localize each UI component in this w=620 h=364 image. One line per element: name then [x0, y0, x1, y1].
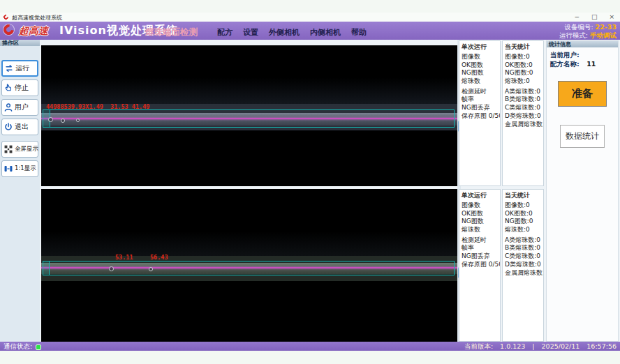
menu-inner-camera[interactable]: 内侧相机 — [310, 27, 341, 38]
stop-hand-icon — [3, 83, 13, 93]
device-number-label: 设备编号: — [564, 23, 593, 31]
menu-settings[interactable]: 设置 — [243, 27, 258, 38]
stat-row: OK图数 — [459, 210, 500, 218]
exit-button-label: 退出 — [15, 122, 29, 132]
single-run-title: 单次运行 — [459, 41, 500, 53]
menu-outer-camera[interactable]: 外侧相机 — [269, 27, 300, 38]
roi-start-box — [43, 261, 50, 275]
today-stats-panel-inner: 当天统计 图像数:0 OK图数:0 NG图数:0 熔珠数:0 A类熔珠数:0 B… — [502, 189, 544, 342]
stat-row: NG图数:0 — [503, 69, 543, 77]
stat-row: NG图丢弃 — [459, 252, 500, 261]
menu-help[interactable]: 帮助 — [351, 27, 367, 38]
stat-row: 熔珠数 — [459, 77, 500, 86]
user-icon — [3, 103, 13, 112]
one-to-one-button-label: 1:1显示 — [15, 165, 36, 173]
stat-row: NG图丢弃 — [459, 104, 500, 112]
stat-row: 图像数 — [459, 53, 500, 61]
single-run-panel-outer: 单次运行 图像数 OK图数 NG图数 熔珠数 检测延时 帧率 NG图丢弃 保存原… — [459, 40, 501, 186]
menu-bar: 配方 设置 外侧相机 内侧相机 帮助 — [217, 27, 367, 38]
current-user-row: 当前用户: — [550, 51, 584, 60]
maximize-button[interactable]: □ — [591, 13, 598, 21]
stat-row: 熔珠数:0 — [503, 77, 543, 86]
comm-status: 通信状态: — [3, 342, 41, 351]
ready-button[interactable]: 准备 — [558, 81, 607, 107]
stat-row: 帧率 — [459, 244, 500, 252]
stat-row: NG图数:0 — [503, 218, 543, 226]
brand-logo-text: 超高速 — [19, 25, 48, 38]
fullscreen-button-label: 全屏显示 — [15, 145, 38, 153]
today-stats-panel-outer: 当天统计 图像数:0 OK图数:0 NG图数:0 熔珠数:0 A类熔珠数:0 B… — [502, 40, 544, 186]
measurement-annotation: 44988539.93X1.49 31.53 41.49 — [46, 103, 149, 110]
run-button-label: 运行 — [15, 63, 29, 73]
defect-marker — [76, 119, 80, 122]
close-button[interactable]: × — [609, 13, 614, 21]
version-label: 当前版本: — [464, 342, 493, 351]
user-button[interactable]: 用户 — [1, 99, 38, 116]
recipe-name-row: 配方名称: 11 — [550, 60, 596, 69]
run-button[interactable]: 运行 — [1, 60, 38, 77]
menu-recipe[interactable]: 配方 — [217, 27, 232, 38]
stat-row: 金属屑熔珠数:0 — [503, 121, 543, 129]
stats-info-caption: 统计信息 — [547, 41, 618, 47]
single-run-panel-inner: 单次运行 图像数 OK图数 NG图数 熔珠数 检测延时 帧率 NG图丢弃 保存原… — [459, 189, 501, 342]
app-header: 超高速 IVision视觉处理系统 熔珠端面检测 配方 设置 外侧相机 内侧相机… — [0, 22, 620, 40]
version-datetime: 当前版本: 1.0.123 | 2025/02/11 16:57:56 — [464, 342, 617, 351]
window-controls: − □ × — [574, 13, 614, 21]
stat-row: 图像数:0 — [503, 53, 543, 61]
measurement-annotation: 56.43 — [150, 254, 168, 261]
window-title: 超高速视觉处理系统 — [12, 14, 62, 22]
stat-row: 检测延时 — [459, 88, 500, 96]
status-time: 16:57:56 — [586, 342, 617, 351]
stat-row: NG图数 — [459, 69, 500, 77]
today-stats-title: 当天统计 — [503, 190, 543, 202]
stat-row: OK图数 — [459, 61, 500, 70]
window-titlebar: 超高速视觉处理系统 − □ × — [0, 13, 620, 22]
stat-row: A类熔珠数:0 — [503, 236, 543, 245]
image-gradient-band — [41, 231, 457, 256]
one-to-one-icon — [3, 164, 13, 174]
stat-row: 检测延时 — [459, 236, 500, 245]
device-info: 设备编号: 22-33 运行模式: 手动调试 — [559, 23, 617, 39]
stat-row: NG图数 — [459, 218, 500, 226]
stat-row: 保存原图 0/500 — [459, 261, 500, 269]
stat-row: 熔珠数:0 — [503, 226, 543, 234]
fullscreen-grid-icon — [3, 144, 13, 154]
comm-status-label: 通信状态: — [3, 342, 32, 351]
status-bar: 通信状态: 当前版本: 1.0.123 | 2025/02/11 16:57:5… — [0, 342, 620, 351]
stat-row: 帧率 — [459, 96, 500, 104]
stat-row: A类熔珠数:0 — [503, 88, 543, 96]
stat-row: C类熔珠数:0 — [503, 104, 543, 112]
stop-button[interactable]: 停止 — [1, 79, 38, 96]
camera-view-outer[interactable]: 44988539.93X1.49 31.53 41.49 — [41, 45, 457, 186]
separator: | — [532, 342, 534, 351]
app-subtitle: 熔珠端面检测 — [145, 26, 198, 38]
stat-row: OK图数:0 — [503, 61, 543, 70]
run-mode-value: 手动调试 — [590, 31, 617, 39]
stat-row: 保存原图 0/500 — [459, 112, 500, 121]
device-number-value: 22-33 — [596, 23, 617, 31]
camera-view-inner[interactable]: 53.11 56.43 — [41, 189, 457, 342]
stats-info-panel: 统计信息 当前用户: 配方名称: 11 准备 数据统计 — [546, 40, 619, 342]
exit-button[interactable]: 退出 — [1, 119, 38, 135]
data-stats-button[interactable]: 数据统计 — [560, 125, 605, 148]
stat-row: D类熔珠数:0 — [503, 261, 543, 269]
recipe-name-label: 配方名称: — [550, 60, 580, 68]
today-stats-title: 当天统计 — [503, 41, 543, 53]
one-to-one-button[interactable]: 1:1显示 — [1, 160, 38, 177]
defect-marker — [109, 266, 114, 271]
app-window: 超高速视觉处理系统 − □ × 超高速 IVision视觉处理系统 熔珠端面检测… — [0, 0, 620, 364]
user-button-label: 用户 — [15, 103, 29, 112]
defect-marker — [48, 117, 53, 122]
stop-button-label: 停止 — [15, 83, 29, 93]
operation-sidebar: 操作区 运行 停止 用户 退出 — [0, 40, 40, 342]
stat-row: 图像数 — [459, 202, 500, 210]
single-run-title: 单次运行 — [459, 190, 500, 202]
status-date: 2025/02/11 — [542, 342, 580, 351]
stat-row: B类熔珠数:0 — [503, 244, 543, 252]
current-user-label: 当前用户: — [550, 51, 580, 59]
fullscreen-button[interactable]: 全屏显示 — [1, 141, 38, 158]
defect-marker — [149, 267, 153, 271]
roi-rectangle — [43, 109, 455, 128]
stat-row: B类熔珠数:0 — [503, 96, 543, 104]
minimize-button[interactable]: − — [574, 13, 580, 21]
